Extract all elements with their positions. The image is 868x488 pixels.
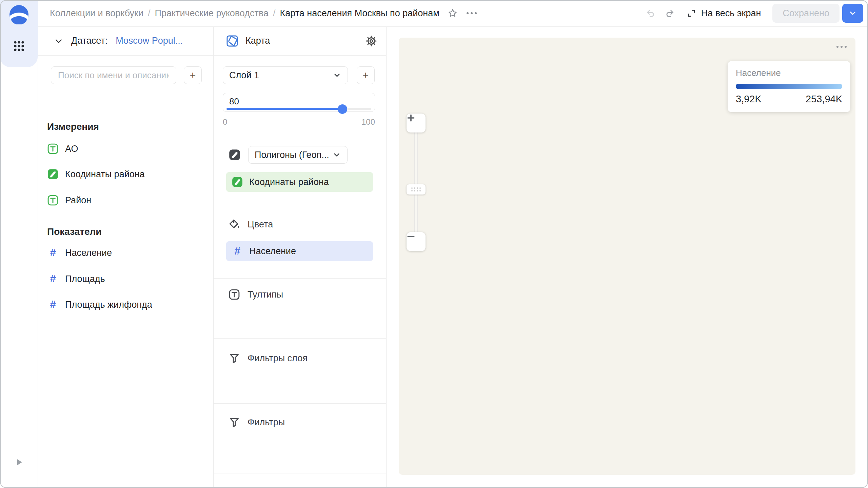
colors-section: Цвета [229,219,273,230]
map-more-icon[interactable] [836,46,847,48]
colors-title: Цвета [248,219,273,230]
chip-label: Население [249,246,296,257]
legend-max: 253,94K [806,94,842,105]
funnel-icon [229,352,240,364]
number-field-icon: # [47,299,59,311]
number-field-icon: # [47,247,59,259]
layer-select[interactable]: Слой 1 [223,66,348,84]
field-label: Район [65,195,91,206]
field-district-coordinates[interactable]: Коодинаты района [47,165,145,183]
filters-section[interactable]: Фильтры [229,416,285,428]
opacity-slider[interactable] [226,108,371,110]
divider [214,403,386,404]
dimensions-title: Измерения [47,121,99,132]
legend-min: 3,92K [736,94,762,105]
tooltips-section[interactable]: Тултипы [229,289,283,300]
chevron-down-icon [333,71,341,80]
saved-button[interactable]: Сохранено [772,4,840,23]
field-district[interactable]: Район [47,191,91,209]
map-canvas[interactable]: Население 3,92K 253,94K [399,38,855,475]
more-actions-icon[interactable] [466,12,477,15]
chevron-down-icon [332,150,341,159]
field-area[interactable]: # Площадь [47,270,105,288]
field-label: Коодинаты района [65,169,145,180]
divider [214,278,386,279]
geopolygon-field-icon [47,168,59,180]
legend-title: Население [736,68,842,78]
collapse-arrow-icon[interactable] [14,457,24,469]
zoom-out-button[interactable] [407,232,426,251]
paint-bucket-icon [229,219,240,230]
breadcrumb-guides[interactable]: Практические руководства [155,8,268,19]
page-title: Карта населения Москвы по районам [280,8,439,19]
dataset-label: Датасет: [71,36,107,46]
map-legend: Население 3,92K 253,94K [728,61,850,112]
opacity-max: 100 [361,117,375,127]
breadcrumb-collections[interactable]: Коллекции и воркбуки [50,8,143,19]
layer-filters-section[interactable]: Фильтры слоя [229,352,308,364]
dataset-name-link[interactable]: Moscow Popul... [116,36,183,46]
chart-type-title: Карта [245,36,270,46]
left-rail [0,0,38,488]
chart-settings-panel: Карта Слой 1 + 80 0 100 [214,26,387,488]
text-field-icon [47,143,59,155]
redo-icon[interactable] [665,8,675,18]
datalens-logo[interactable] [9,5,29,26]
colors-field-chip[interactable]: # Население [226,241,373,261]
field-label: Население [65,248,112,258]
legend-gradient-bar [736,84,842,89]
divider [214,206,386,206]
geopolygon-field-chip[interactable]: Коодинаты района [226,172,373,192]
save-dropdown-button[interactable] [842,4,863,23]
undo-icon[interactable] [646,8,656,18]
number-field-icon: # [232,245,243,257]
measures-title: Показатели [47,226,102,237]
field-label: Площадь жилфонда [65,300,152,310]
zoom-in-button[interactable] [407,114,426,133]
text-field-icon [47,195,59,206]
funnel-icon [229,416,240,428]
geopolygon-field-icon [232,176,243,188]
layer-select-value: Слой 1 [229,70,259,81]
geotype-select[interactable]: Полигоны (Геоп... [248,146,348,164]
chevron-down-icon[interactable] [54,37,63,45]
opacity-min: 0 [223,117,227,127]
opacity-slider-fill [226,108,342,110]
map-zoom-control [407,114,426,133]
add-layer-button[interactable]: + [357,66,375,84]
tooltips-title: Тултипы [248,289,283,300]
map-chart-icon [226,35,239,47]
field-housing-area[interactable]: # Площадь жилфонда [47,296,152,313]
geopolygon-icon [229,149,241,161]
dataset-header: Датасет: Moscow Popul... [38,26,213,56]
rail-divider [0,450,37,450]
chip-label: Коодинаты района [249,177,329,187]
opacity-scale: 0 100 [223,117,375,127]
layer-opacity-control: 80 [223,93,375,112]
add-field-button[interactable]: + [184,66,202,84]
zoom-slider-track[interactable] [414,132,418,232]
field-ao[interactable]: АО [47,140,78,158]
fullscreen-label[interactable]: На весь экран [701,8,761,19]
chart-type-header: Карта [214,26,386,56]
gear-icon[interactable] [366,35,377,47]
number-field-icon: # [47,273,59,285]
chevron-down-icon [848,9,857,18]
divider [214,473,386,473]
opacity-value: 80 [229,96,239,107]
layer-filters-title: Фильтры слоя [248,353,308,364]
divider [214,133,386,133]
field-population[interactable]: # Население [47,244,112,262]
search-input[interactable] [51,66,176,84]
opacity-slider-thumb[interactable] [338,104,347,114]
zoom-slider-handle[interactable] [407,184,426,195]
tooltip-icon [229,289,240,300]
filters-title: Фильтры [248,417,285,428]
field-label: Площадь [65,274,105,284]
geotype-select-value: Полигоны (Геоп... [255,150,329,160]
favorite-star-icon[interactable] [448,8,458,18]
divider [214,338,386,339]
apps-grid-icon[interactable] [13,40,25,54]
fullscreen-icon[interactable] [686,8,696,18]
breadcrumb: Коллекции и воркбуки / Практические руко… [38,8,439,19]
